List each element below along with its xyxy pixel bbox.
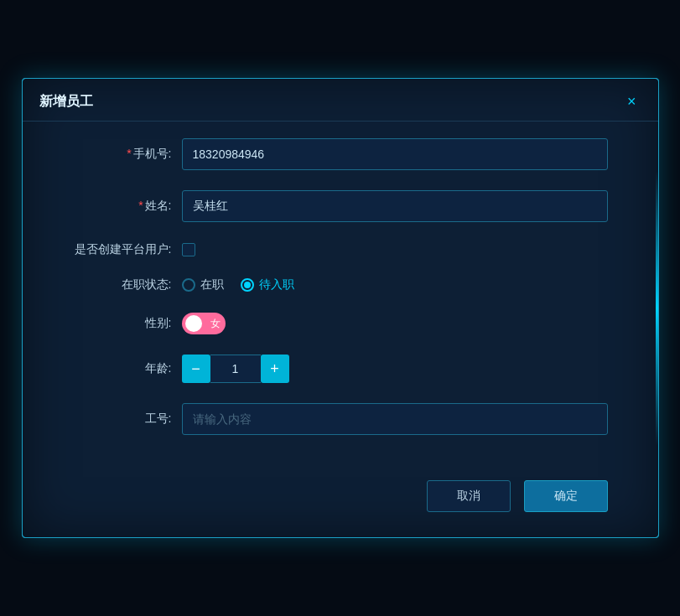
phone-input[interactable]: [182, 138, 608, 170]
dialog-header: 新增员工 ×: [23, 79, 658, 122]
status-row: 在职状态: 在职 待入职: [73, 277, 608, 292]
name-input[interactable]: [182, 190, 608, 222]
status-label-pending: 待入职: [259, 277, 294, 292]
employee-id-row: 工号:: [73, 403, 608, 435]
close-button[interactable]: ×: [622, 92, 641, 111]
create-user-label: 是否创建平台用户:: [73, 242, 182, 257]
create-user-checkbox-wrapper: [182, 243, 195, 256]
age-label: 年龄:: [73, 361, 182, 376]
gender-toggle-label: 女: [210, 317, 221, 331]
name-required-star: *: [138, 199, 143, 212]
gender-toggle[interactable]: 女: [182, 313, 226, 334]
status-option-pending[interactable]: 待入职: [241, 277, 294, 292]
status-label-employed: 在职: [200, 277, 224, 292]
age-stepper: − +: [182, 355, 289, 383]
age-input[interactable]: [210, 355, 261, 383]
age-increment-button[interactable]: +: [261, 355, 289, 383]
phone-label: *手机号:: [73, 147, 182, 162]
create-user-checkbox[interactable]: [182, 243, 195, 256]
dialog: 新增员工 × *手机号: *姓名: 是否创建平台用户: 在职状态:: [22, 78, 659, 538]
status-radio-pending[interactable]: [241, 278, 254, 292]
status-option-employed[interactable]: 在职: [182, 277, 224, 292]
name-label: *姓名:: [73, 199, 182, 214]
employee-id-label: 工号:: [73, 412, 182, 427]
gender-toggle-slider: 女: [182, 313, 226, 334]
gender-label: 性别:: [73, 316, 182, 331]
dialog-title: 新增员工: [39, 93, 93, 111]
phone-row: *手机号:: [73, 138, 608, 170]
gender-toggle-knob: [185, 315, 202, 332]
confirm-button[interactable]: 确定: [524, 480, 608, 512]
phone-required-star: *: [127, 147, 131, 160]
cancel-button[interactable]: 取消: [427, 480, 511, 512]
age-decrement-button[interactable]: −: [182, 355, 210, 383]
create-user-row: 是否创建平台用户:: [73, 242, 608, 257]
age-row: 年龄: − +: [73, 355, 608, 383]
name-row: *姓名:: [73, 190, 608, 222]
side-glow-decoration: [656, 170, 658, 445]
status-radio-employed[interactable]: [182, 278, 195, 292]
gender-toggle-wrapper: 女: [182, 313, 226, 334]
employee-id-input[interactable]: [182, 403, 608, 435]
status-radio-group: 在职 待入职: [182, 277, 294, 292]
gender-row: 性别: 女: [73, 313, 608, 334]
dialog-body: *手机号: *姓名: 是否创建平台用户: 在职状态: 在职: [23, 122, 658, 463]
dialog-footer: 取消 确定: [23, 463, 658, 512]
status-label: 在职状态:: [73, 277, 182, 292]
